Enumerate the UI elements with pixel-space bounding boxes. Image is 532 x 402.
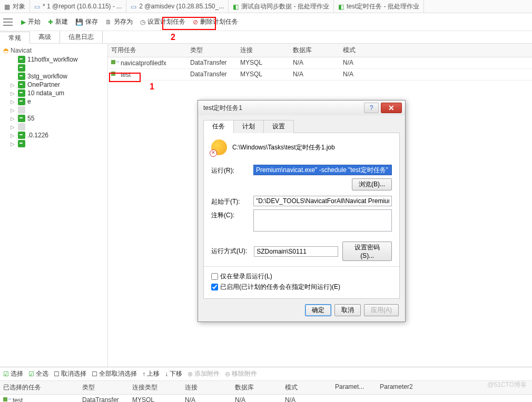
- start-button[interactable]: ▶开始: [18, 15, 44, 28]
- close-icon: ✕: [388, 104, 395, 112]
- db-icon: [18, 115, 25, 122]
- save-as-button[interactable]: 🗎另存为: [102, 15, 136, 28]
- tree-item[interactable]: 3stg_workflow: [1, 72, 106, 81]
- tab-schedule[interactable]: 计划: [233, 120, 264, 133]
- col-selected-task[interactable]: 已选择的任务: [0, 381, 79, 394]
- check-icon: ☑: [3, 370, 9, 378]
- tab-report[interactable]: ▭* 1 @report (10.6.0.115) - ...: [30, 0, 126, 13]
- start-in-input[interactable]: [253, 196, 392, 206]
- tree-item[interactable]: ▷: [1, 123, 106, 131]
- tab-settings[interactable]: 设置: [263, 120, 294, 133]
- col-db[interactable]: 数据库: [290, 44, 340, 57]
- deselect-all-button[interactable]: ☐全部取消选择: [92, 369, 137, 378]
- db-icon: [18, 132, 25, 139]
- help-button[interactable]: ?: [364, 103, 379, 113]
- menu-icon[interactable]: [3, 18, 13, 26]
- tree-item[interactable]: ▷10 ndata_um: [1, 89, 106, 97]
- tab-batch-sync[interactable]: ◧测试自动同步数据 - 批处理作业: [229, 0, 334, 13]
- col-conn-type[interactable]: 连接类型: [129, 381, 182, 394]
- only-logged-on-label: 仅在登录后运行(L): [220, 272, 272, 281]
- new-icon: ✚: [48, 18, 53, 26]
- dialog-titlebar[interactable]: test定时任务1 ? ✕: [198, 100, 405, 115]
- tab-batch-test[interactable]: ◧test定时任务 - 批处理作业: [334, 0, 424, 13]
- browse-button[interactable]: 浏览(B)...: [352, 178, 392, 190]
- arrow-down-icon: ↓: [165, 370, 168, 378]
- delete-icon: ⊘: [193, 18, 198, 26]
- move-down-button[interactable]: ↓下移: [165, 369, 182, 378]
- col-param2[interactable]: Parameter2: [377, 381, 427, 394]
- transfer-icon: [111, 71, 119, 77]
- table-row[interactable]: test DataTransfer MYSQL N/A N/A N/A: [0, 395, 532, 402]
- col-type[interactable]: 类型: [187, 44, 237, 57]
- tree-item[interactable]: [1, 64, 106, 72]
- enabled-checkbox[interactable]: [211, 284, 218, 290]
- dialog-buttons: 确定 取消 应用(A): [198, 299, 405, 321]
- ok-button[interactable]: 确定: [305, 304, 331, 316]
- select-all-button[interactable]: ☑全选: [28, 369, 48, 378]
- apply-button[interactable]: 应用(A): [364, 304, 399, 316]
- new-button[interactable]: ✚新建: [45, 15, 71, 28]
- tree-item[interactable]: 11hotfix_workflow: [1, 55, 106, 64]
- watermark: @51CTO博客: [487, 380, 527, 389]
- cancel-button[interactable]: 取消: [334, 304, 361, 316]
- tab-general[interactable]: 常规: [0, 32, 30, 44]
- table-row[interactable]: test DataTransfer MYSQL N/A N/A: [108, 69, 532, 81]
- sidebar-tree[interactable]: ◓Navicat 11hotfix_workflow 3stg_workflow…: [0, 44, 108, 367]
- db-icon: [18, 123, 25, 130]
- tree-item[interactable]: ▷: [1, 106, 106, 114]
- arrow-up-icon: ↑: [142, 370, 145, 378]
- col-task[interactable]: 可用任务: [108, 44, 187, 57]
- remove-attachment-button[interactable]: ⊖移除附件: [225, 369, 257, 378]
- dialog-panel: C:\Windows\Tasks\test定时任务1.job 运行(R): 浏览…: [203, 133, 400, 299]
- db-icon: [18, 98, 25, 105]
- col-mode[interactable]: 模式: [282, 381, 332, 394]
- select-button[interactable]: ☑选择: [3, 369, 23, 378]
- tab-log[interactable]: 信息日志: [60, 31, 103, 43]
- document-tabs: ▦对象 ▭* 1 @report (10.6.0.115) - ... ▭2 @…: [0, 0, 532, 13]
- query-icon: ▭: [131, 3, 137, 9]
- db-icon: [18, 64, 25, 72]
- tree-root[interactable]: ◓Navicat: [1, 46, 106, 55]
- tab-advanced[interactable]: 高级: [30, 31, 60, 43]
- comment-input[interactable]: [253, 209, 392, 232]
- db-icon: [18, 106, 25, 114]
- set-schedule-button[interactable]: ◷设置计划任务: [137, 15, 189, 28]
- tree-item[interactable]: ▷ .0.1226: [1, 131, 106, 139]
- tree-item[interactable]: ▷ 55: [1, 114, 106, 123]
- col-db[interactable]: 数据库: [232, 381, 282, 394]
- run-input[interactable]: [253, 165, 392, 175]
- run-label: 运行(R):: [211, 165, 253, 175]
- col-conn[interactable]: 连接: [237, 44, 290, 57]
- schedule-task-dialog: test定时任务1 ? ✕ 任务 计划 设置 C:\Windows\Tasks\…: [198, 100, 406, 322]
- enabled-label: 已启用(已计划的任务会在指定时间运行)(E): [220, 283, 340, 292]
- deselect-button[interactable]: ☐取消选择: [54, 369, 86, 378]
- save-button[interactable]: 💾保存: [72, 15, 101, 28]
- annotation-2: 2: [171, 33, 175, 42]
- transfer-icon: [111, 59, 119, 65]
- delete-schedule-button[interactable]: ⊘删除计划任务: [190, 15, 241, 28]
- tab-objects[interactable]: ▦对象: [0, 0, 30, 13]
- navicat-icon: ◓: [3, 47, 8, 54]
- col-conn[interactable]: 连接: [182, 381, 232, 394]
- bottom-pane: ☑选择 ☑全选 ☐取消选择 ☐全部取消选择 ↑上移 ↓下移 ⊕添加附件 ⊖移除附…: [0, 367, 532, 402]
- only-logged-on-checkbox[interactable]: [211, 273, 218, 280]
- tree-item[interactable]: ▷OnePartner: [1, 81, 106, 89]
- set-password-button[interactable]: 设置密码(S)...: [342, 242, 392, 261]
- annotation-1: 1: [150, 82, 154, 92]
- col-param1[interactable]: Paramet...: [332, 381, 377, 394]
- tree-item[interactable]: ▷ e: [1, 97, 106, 106]
- table-row[interactable]: navicatprofiledfx DataTransfer MYSQL N/A…: [108, 57, 532, 69]
- db-icon: [18, 89, 25, 97]
- col-mode[interactable]: 模式: [340, 44, 390, 57]
- tab-task[interactable]: 任务: [203, 120, 234, 133]
- run-as-input[interactable]: [254, 246, 338, 257]
- move-up-button[interactable]: ↑上移: [142, 369, 160, 378]
- tree-item[interactable]: ▷: [1, 139, 106, 148]
- add-attachment-button[interactable]: ⊕添加附件: [188, 369, 220, 378]
- query-icon: ▭: [34, 3, 41, 9]
- col-type[interactable]: 类型: [79, 381, 129, 394]
- tab-amisdev[interactable]: ▭2 @amisdev (10.28.85.150_...: [126, 0, 229, 13]
- dialog-tabs: 任务 计划 设置: [203, 119, 400, 133]
- grid-header: 可用任务 类型 连接 数据库 模式: [108, 44, 532, 57]
- close-button[interactable]: ✕: [381, 103, 402, 113]
